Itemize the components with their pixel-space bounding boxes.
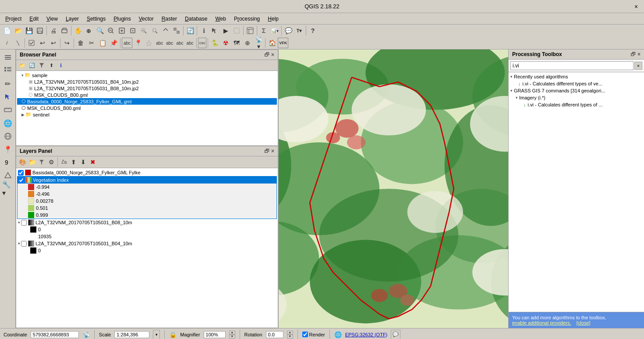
algo-item-ivi-imagery[interactable]: ↓ i.vi - Calculates different types of .… [515, 101, 643, 108]
tree-item-b04[interactable]: ▣ L2A_T32VNM_20170705T105031_B04_10m.jp2 [17, 78, 277, 85]
redo-btn[interactable]: ↪ [62, 38, 72, 48]
pencil-icon[interactable]: ✏ [2, 78, 14, 90]
pan-button[interactable]: ✋ [73, 25, 83, 36]
digitize-btn[interactable]: / [2, 38, 12, 48]
menu-web[interactable]: Web [212, 15, 229, 23]
zoom-selected-button[interactable]: + [138, 25, 149, 36]
zoom-out-button[interactable] [106, 25, 116, 36]
menu-settings[interactable]: Settings [83, 15, 109, 23]
processing-enable-link[interactable]: enable additional providers. [512, 320, 571, 325]
print-button[interactable]: 🖨 [48, 25, 59, 36]
tree-item-sample[interactable]: ▾ 📁 sample [17, 72, 277, 78]
filter-icon[interactable] [2, 64, 14, 77]
annotation-button[interactable]: 💬 [283, 25, 294, 36]
cut-btn[interactable]: ✂ [86, 38, 97, 48]
save-as-button[interactable] [35, 25, 45, 36]
tree-item-basisdata[interactable]: ⬡ Basisdata_0000_Norge_25833_Fylker_GML.… [17, 98, 277, 105]
globe-icon[interactable] [2, 130, 14, 142]
browser-new-folder-btn[interactable]: 📁 [18, 61, 27, 70]
recently-used-header[interactable]: ▾ Recently used algorithms [510, 73, 643, 80]
layers-collapse-icon[interactable]: 🗗 [264, 148, 269, 154]
text-button[interactable]: T▾ [294, 25, 304, 36]
measure-icon[interactable] [2, 104, 14, 116]
undo2-btn[interactable]: ↩ [48, 38, 59, 48]
pan2-button[interactable]: ⊕ [84, 25, 94, 36]
imagery-header[interactable]: ▾ Imagery (i.*) [515, 94, 643, 101]
browser-refresh-btn[interactable]: 🔄 [28, 61, 36, 70]
menu-raster[interactable]: Raster [158, 15, 180, 23]
magnifier-input[interactable] [204, 331, 226, 338]
layer-b04-checkbox[interactable] [21, 241, 27, 247]
tree-arrow-sample[interactable]: ▾ [21, 73, 24, 78]
python-btn[interactable]: 🐍 [209, 38, 220, 48]
layer-b04[interactable]: ▾ L2A_T32VNM_20170705T105031_B04_10m [17, 240, 277, 247]
layer-b08-checkbox[interactable] [21, 220, 27, 226]
gps-btn[interactable]: 📡▾ [253, 38, 264, 48]
copy-btn[interactable]: 📋 [97, 38, 108, 48]
nuclear-btn[interactable]: ☢ [220, 38, 231, 48]
zoom-next-button[interactable] [160, 25, 171, 36]
annotation-icon[interactable]: 9 [2, 156, 14, 169]
browser-filter-btn[interactable] [37, 61, 46, 70]
zoom-native-button[interactable] [171, 25, 182, 36]
deselect-button[interactable] [231, 25, 242, 36]
home-btn[interactable]: 🏠 [267, 38, 277, 48]
browser-close-icon[interactable]: × [271, 52, 274, 58]
tree-arrow-sentinel[interactable]: ▶ [21, 113, 25, 117]
processing-close-link[interactable]: [close] [577, 320, 591, 325]
select-icon[interactable] [2, 91, 14, 103]
layer-b08[interactable]: ▾ L2A_T32VNM_20170705T105031_B08_10m [17, 219, 277, 226]
layers-style-btn[interactable]: 🎨 [18, 158, 27, 166]
print2-button[interactable] [59, 25, 70, 36]
zoom-in-button[interactable]: 🔍 [95, 25, 105, 36]
browser-collapse-icon[interactable]: 🗗 [264, 52, 269, 58]
tree-item-msk[interactable]: ⬡ MSK_CLOUDS_B00.gml [17, 92, 277, 98]
magnifier-down-button[interactable]: ▾ [229, 335, 235, 339]
magnifier-up-button[interactable]: ▴ [229, 331, 235, 335]
epsg-label[interactable]: EPSG:32632 (OTF) [345, 332, 388, 337]
save-layer-btn[interactable] [26, 38, 37, 48]
pin-btn[interactable]: 📍 [133, 38, 143, 48]
menu-edit[interactable]: Edit [26, 15, 42, 23]
coordinate-input[interactable] [31, 331, 79, 338]
scale-input[interactable] [114, 331, 149, 338]
grass-header[interactable]: ▾ GRASS GIS 7 commands [314 geoalgori... [510, 87, 643, 94]
new-project-button[interactable]: 📄 [2, 25, 12, 36]
browser-collapse-btn[interactable]: ⬆ [47, 61, 56, 70]
crosshair-btn[interactable]: ⊕ [242, 38, 253, 48]
zoom-extent-button[interactable] [117, 25, 127, 36]
layer-vegetation-checkbox[interactable] [18, 177, 24, 183]
layers-down-btn[interactable]: ⬇ [79, 158, 88, 166]
rotation-down-button[interactable]: ▾ [287, 335, 293, 339]
pin2-btn[interactable] [144, 38, 154, 48]
menu-view[interactable]: View [43, 15, 61, 23]
label-btn[interactable]: abc [122, 38, 132, 48]
label3-btn[interactable]: abc [175, 38, 184, 48]
vfk-btn[interactable]: VFK [278, 38, 288, 48]
open-project-button[interactable]: 📂 [13, 25, 23, 36]
render-checkbox[interactable] [302, 332, 308, 337]
zoom-prev-button[interactable]: - [149, 25, 160, 36]
tree-item-b08[interactable]: ▣ L2A_T32VNM_20170705T105031_B08_10m.jp2 [17, 85, 277, 92]
processing-collapse-icon[interactable]: 🗗 [630, 51, 636, 57]
render-checkbox-label[interactable]: Render [302, 332, 325, 337]
close-button[interactable]: × [632, 2, 640, 11]
processing-search-clear-button[interactable]: × [634, 62, 642, 70]
rotation-up-button[interactable]: ▴ [287, 331, 293, 335]
filter2-icon[interactable] [2, 170, 14, 182]
layers-filter-btn[interactable] [37, 158, 46, 166]
map-btn[interactable]: 🗺 [231, 38, 242, 48]
open-attr-button[interactable] [245, 25, 255, 36]
tree-item-sentinel[interactable]: ▶ 📁 sentinel [17, 111, 277, 118]
layers-up-btn[interactable]: ⬆ [69, 158, 78, 166]
algo-item-ivi-recent[interactable]: ↓ i.vi - Calculates different types of v… [510, 80, 643, 87]
digitize2-btn[interactable]: ╲ [13, 38, 23, 48]
label4-btn[interactable]: abc [185, 38, 195, 48]
layer-basisdata-checkbox[interactable] [18, 170, 24, 176]
layer-basisdata[interactable]: Basisdata_0000_Norge_25833_Fylker_GML Fy… [17, 169, 277, 176]
menu-layer[interactable]: Layer [62, 15, 82, 23]
layers-manage-btn[interactable]: ⚙ [47, 158, 56, 166]
paste-btn[interactable]: 📌 [108, 38, 119, 48]
menu-project[interactable]: Project [2, 15, 25, 23]
tool-icon[interactable]: 🔧▾ [2, 183, 14, 195]
